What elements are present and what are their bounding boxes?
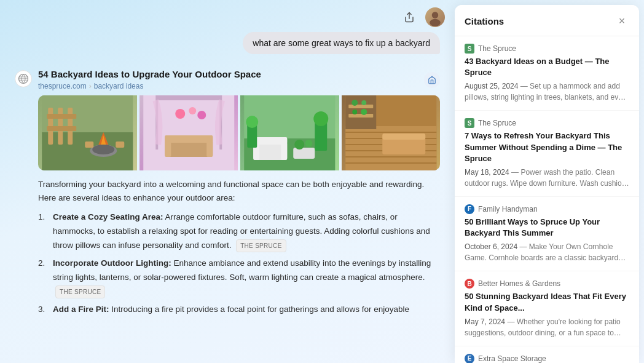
- image-2: [139, 95, 238, 170]
- citation-favicon: S: [465, 44, 474, 54]
- citation-source-row: E Extra Space Storage: [465, 354, 629, 363]
- list-content-3: Add a Fire Pit: Introducing a fire pit p…: [53, 303, 409, 317]
- svg-point-35: [294, 140, 304, 150]
- image-3: [240, 95, 339, 170]
- citation-item[interactable]: S The Spruce 7 Ways to Refresh Your Back…: [455, 111, 639, 197]
- svg-rect-18: [155, 95, 222, 100]
- citations-panel: Citations × S The Spruce 43 Backyard Ide…: [455, 5, 639, 363]
- ai-title: 54 Backyard Ideas to Upgrade Your Outdoo…: [38, 69, 261, 79]
- citation-title: 7 Ways to Refresh Your Backyard This Sum…: [465, 130, 629, 164]
- list-content-1: Create a Cozy Seating Area: Arrange comf…: [53, 210, 440, 253]
- svg-rect-5: [42, 132, 133, 170]
- citation-title: 43 Backyard Ideas on a Budget — The Spru…: [465, 56, 629, 78]
- citation-favicon: E: [465, 354, 474, 363]
- citation-date: May 18, 2024: [465, 168, 509, 177]
- citation-date: August 25, 2024: [465, 82, 518, 90]
- citation-item[interactable]: S The Spruce 43 Backyard Ideas on a Budg…: [455, 36, 639, 111]
- main-area: what are some great ways to fix up a bac…: [0, 0, 455, 363]
- list-body-3: Introducing a fire pit provides a focal …: [111, 305, 409, 314]
- citation-snippet: May 18, 2024 — Power wash the patio. Cle…: [465, 167, 629, 189]
- list-num: 1.: [38, 210, 49, 253]
- user-bubble: what are some great ways to fix up a bac…: [243, 32, 440, 54]
- citation-snippet: October 6, 2024 — Make Your Own Cornhole…: [465, 241, 629, 263]
- source-path: backyard ideas: [94, 82, 144, 90]
- citation-source-row: S The Spruce: [465, 44, 629, 54]
- svg-point-21: [175, 109, 185, 119]
- svg-point-1: [432, 12, 439, 18]
- svg-point-36: [305, 140, 312, 147]
- svg-rect-27: [206, 135, 213, 157]
- image-4: [342, 95, 441, 170]
- citation-source-name: The Spruce: [478, 119, 516, 127]
- svg-rect-34: [293, 148, 315, 159]
- breadcrumb-sep: ›: [89, 82, 92, 90]
- svg-rect-57: [382, 134, 425, 140]
- list-num-2: 2.: [38, 257, 49, 299]
- citation-snippet: May 7, 2024 — Whether you're looking for…: [465, 316, 629, 338]
- citation-snippet: August 25, 2024 — Set up a hammock and a…: [465, 81, 629, 103]
- citation-badge-2[interactable]: THE SPRUCE: [55, 285, 105, 298]
- citation-source-name: Better Homes & Gardens: [478, 279, 560, 288]
- svg-rect-50: [348, 105, 373, 108]
- citation-title: 50 Stunning Backyard Ideas That Fit Ever…: [465, 291, 629, 313]
- home-icon-button[interactable]: [424, 72, 440, 88]
- response-list: 1. Create a Cozy Seating Area: Arrange c…: [38, 210, 440, 317]
- list-item: 3. Add a Fire Pit: Introducing a fire pi…: [38, 303, 440, 317]
- ai-content: 54 Backyard Ideas to Upgrade Your Outdoo…: [38, 69, 440, 321]
- svg-point-22: [189, 107, 196, 114]
- svg-point-53: [361, 100, 366, 105]
- list-item: 1. Create a Cozy Seating Area: Arrange c…: [38, 210, 440, 253]
- svg-point-52: [351, 100, 358, 106]
- close-label: ×: [619, 15, 626, 26]
- citation-source-row: B Better Homes & Gardens: [465, 279, 629, 289]
- source-domain: thespruce.com: [38, 82, 87, 90]
- svg-rect-15: [85, 142, 93, 148]
- svg-rect-26: [165, 135, 171, 157]
- svg-rect-33: [281, 137, 287, 160]
- citation-date: October 6, 2024: [465, 242, 517, 251]
- source-url[interactable]: thespruce.com › backyard ideas: [38, 82, 261, 90]
- list-content-2: Incorporate Outdoor Lighting: Enhance am…: [53, 257, 440, 299]
- svg-rect-9: [47, 114, 76, 119]
- response-text: Transforming your backyard into a welcom…: [38, 178, 440, 204]
- citation-favicon: F: [465, 204, 474, 214]
- svg-point-12: [92, 145, 114, 154]
- ai-icon: [15, 70, 32, 87]
- svg-rect-16: [116, 142, 124, 148]
- citation-item[interactable]: E Extra Space Storage Your DIY Guide to …: [455, 346, 639, 363]
- close-citations-button[interactable]: ×: [615, 14, 629, 28]
- list-num-3: 3.: [38, 303, 49, 317]
- avatar[interactable]: [425, 7, 445, 27]
- image-1: [38, 95, 137, 170]
- user-message: what are some great ways to fix up a bac…: [15, 32, 440, 54]
- top-bar: [0, 0, 455, 32]
- list-item: 2. Incorporate Outdoor Lighting: Enhance…: [38, 257, 440, 299]
- svg-point-55: [361, 109, 367, 115]
- citation-date: May 7, 2024: [465, 317, 505, 326]
- share-button[interactable]: [399, 7, 419, 27]
- citation-item[interactable]: F Family Handyman 50 Brilliant Ways to S…: [455, 197, 639, 271]
- citation-favicon: B: [465, 279, 474, 289]
- user-message-text: what are some great ways to fix up a bac…: [253, 38, 430, 48]
- citation-source-row: F Family Handyman: [465, 204, 629, 214]
- svg-rect-25: [165, 135, 213, 143]
- ai-response: 54 Backyard Ideas to Upgrade Your Outdoo…: [15, 69, 440, 321]
- source-link-row: 54 Backyard Ideas to Upgrade Your Outdoo…: [38, 69, 440, 90]
- citation-item[interactable]: B Better Homes & Gardens 50 Stunning Bac…: [455, 271, 639, 346]
- citation-favicon: S: [465, 118, 474, 128]
- citation-source-row: S The Spruce: [465, 118, 629, 128]
- svg-point-23: [197, 111, 206, 119]
- image-grid: [38, 95, 440, 170]
- citation-source-name: The Spruce: [478, 44, 516, 53]
- citation-badge-1[interactable]: THE SPRUCE: [236, 239, 286, 252]
- citation-source-name: Family Handyman: [478, 205, 538, 213]
- svg-point-40: [246, 116, 258, 128]
- citation-title: 50 Brilliant Ways to Spruce Up Your Back…: [465, 217, 629, 239]
- citation-source-name: Extra Space Storage: [478, 354, 546, 363]
- citations-list: S The Spruce 43 Backyard Ideas on a Budg…: [455, 36, 639, 363]
- svg-rect-56: [382, 137, 425, 154]
- citations-title: Citations: [465, 16, 504, 26]
- list-title-3: Add a Fire Pit:: [53, 305, 109, 314]
- citations-header: Citations ×: [455, 5, 639, 36]
- svg-rect-51: [348, 114, 373, 118]
